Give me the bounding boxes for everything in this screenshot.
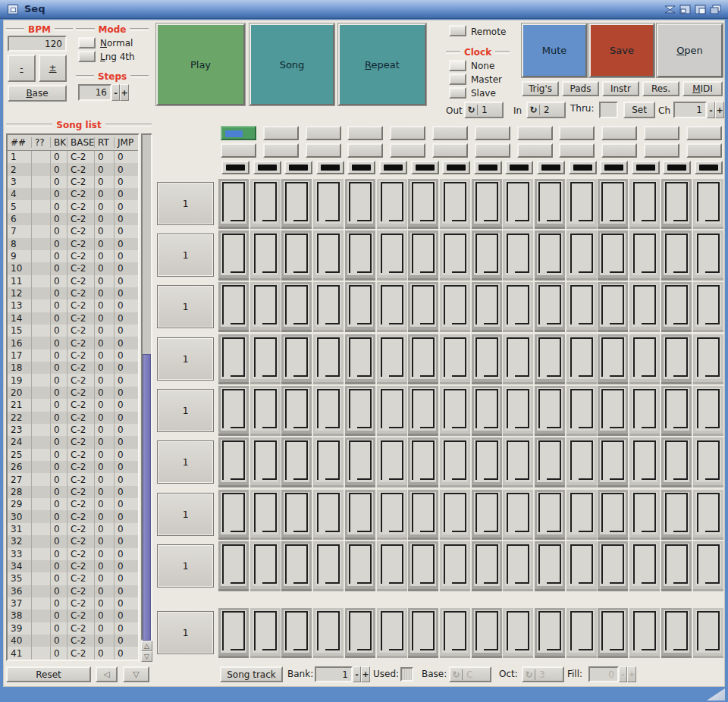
step-button[interactable] bbox=[569, 388, 595, 431]
song-list-row[interactable]: 390C-200 bbox=[8, 622, 138, 635]
song-list-row[interactable]: 120C-200 bbox=[8, 287, 138, 299]
step-button[interactable] bbox=[537, 610, 563, 653]
song-list-row[interactable]: 60C-200 bbox=[8, 213, 138, 225]
step-button[interactable] bbox=[569, 181, 595, 224]
step-button[interactable] bbox=[442, 610, 468, 653]
step-button[interactable] bbox=[284, 181, 309, 224]
step-button[interactable] bbox=[221, 181, 246, 224]
pattern-button[interactable] bbox=[347, 126, 383, 140]
fill-field[interactable]: 0 bbox=[588, 666, 619, 682]
step-button[interactable] bbox=[664, 181, 689, 224]
step-button[interactable] bbox=[600, 544, 626, 586]
track-select-button[interactable]: 1 bbox=[157, 389, 214, 432]
step-button[interactable] bbox=[253, 388, 278, 431]
song-list-scrollbar[interactable] bbox=[141, 133, 152, 641]
list-down-button[interactable]: ▽ bbox=[123, 666, 149, 682]
thru-box[interactable] bbox=[599, 102, 618, 118]
step-button[interactable] bbox=[347, 181, 373, 224]
bank-field[interactable]: 1 bbox=[315, 666, 353, 682]
step-button[interactable] bbox=[505, 440, 531, 482]
step-button[interactable] bbox=[284, 388, 309, 431]
step-button[interactable] bbox=[315, 388, 341, 431]
step-button[interactable] bbox=[379, 440, 405, 482]
step-button[interactable] bbox=[221, 544, 246, 586]
step-button[interactable] bbox=[664, 284, 689, 327]
mute-led-button[interactable] bbox=[663, 161, 691, 174]
oct-cycle[interactable]: ↻ 3 bbox=[522, 666, 564, 682]
song-list-row[interactable]: 30C-200 bbox=[8, 176, 138, 188]
step-button[interactable] bbox=[347, 233, 373, 275]
step-button[interactable] bbox=[221, 388, 246, 431]
step-button[interactable] bbox=[537, 181, 563, 224]
mute-led-button[interactable] bbox=[411, 161, 439, 174]
step-button[interactable] bbox=[284, 492, 309, 534]
pattern-button[interactable] bbox=[559, 143, 595, 158]
mute-led-button[interactable] bbox=[600, 161, 628, 174]
song-list-row[interactable]: 330C-200 bbox=[8, 548, 138, 560]
close-gadget-icon[interactable] bbox=[8, 5, 18, 14]
track-select-button[interactable]: 1 bbox=[157, 493, 214, 536]
step-button[interactable] bbox=[474, 284, 500, 327]
song-list-row[interactable]: 70C-200 bbox=[8, 225, 138, 237]
pattern-button[interactable] bbox=[390, 143, 425, 158]
step-button[interactable] bbox=[379, 284, 405, 327]
iconify-gadget-icon[interactable] bbox=[664, 4, 676, 15]
song-list-row[interactable]: 370C-200 bbox=[8, 597, 138, 610]
mute-led-button[interactable] bbox=[379, 161, 407, 174]
step-button[interactable] bbox=[537, 284, 563, 327]
step-button[interactable] bbox=[695, 284, 721, 327]
step-button[interactable] bbox=[664, 544, 689, 586]
fill-increment-button[interactable]: + bbox=[627, 666, 636, 682]
step-button[interactable] bbox=[600, 492, 626, 534]
step-button[interactable] bbox=[315, 181, 341, 224]
track-select-button[interactable]: 1 bbox=[157, 337, 214, 381]
step-button[interactable] bbox=[664, 337, 689, 379]
steps-field[interactable]: 16 bbox=[78, 84, 111, 101]
song-list-row[interactable]: 280C-200 bbox=[8, 486, 138, 498]
song-list-row[interactable]: 220C-200 bbox=[8, 412, 138, 424]
step-button[interactable] bbox=[537, 492, 563, 534]
step-button[interactable] bbox=[569, 337, 595, 379]
step-button[interactable] bbox=[442, 440, 468, 482]
fill-decrement-button[interactable]: - bbox=[619, 666, 627, 682]
step-button[interactable] bbox=[284, 440, 309, 482]
step-button[interactable] bbox=[569, 610, 595, 653]
save-button[interactable]: Save bbox=[589, 24, 654, 77]
song-list-row[interactable]: 340C-200 bbox=[8, 560, 138, 572]
step-button[interactable] bbox=[505, 284, 531, 327]
steps-decrement-button[interactable]: - bbox=[111, 84, 120, 101]
step-button[interactable] bbox=[253, 233, 278, 275]
open-button[interactable]: Open bbox=[657, 24, 723, 77]
song-list-row[interactable]: 10C-200 bbox=[8, 151, 138, 163]
mute-led-button[interactable] bbox=[632, 161, 660, 174]
step-button[interactable] bbox=[284, 284, 309, 327]
step-button[interactable] bbox=[537, 337, 563, 379]
song-list-row[interactable]: 260C-200 bbox=[8, 461, 138, 473]
song-list-row[interactable]: 190C-200 bbox=[8, 374, 138, 386]
step-button[interactable] bbox=[537, 440, 563, 482]
pattern-button[interactable] bbox=[517, 126, 553, 140]
step-button[interactable] bbox=[632, 492, 657, 534]
step-button[interactable] bbox=[410, 440, 436, 482]
step-button[interactable] bbox=[379, 181, 405, 224]
step-button[interactable] bbox=[569, 440, 595, 482]
zoom-gadget-icon[interactable] bbox=[679, 4, 692, 15]
step-button[interactable] bbox=[632, 233, 657, 275]
step-button[interactable] bbox=[221, 284, 246, 327]
step-button[interactable] bbox=[379, 233, 405, 275]
step-button[interactable] bbox=[474, 233, 500, 275]
step-button[interactable] bbox=[664, 610, 689, 653]
song-list-row[interactable]: 270C-200 bbox=[8, 473, 138, 485]
step-button[interactable] bbox=[253, 544, 278, 586]
step-button[interactable] bbox=[221, 610, 246, 653]
step-button[interactable] bbox=[379, 610, 405, 653]
list-left-button[interactable]: ◁ bbox=[96, 666, 118, 682]
song-list-row[interactable]: 310C-200 bbox=[8, 523, 138, 535]
track-select-button[interactable]: 1 bbox=[157, 544, 214, 588]
step-button[interactable] bbox=[315, 337, 341, 379]
step-button[interactable] bbox=[600, 337, 626, 379]
step-button[interactable] bbox=[410, 610, 436, 653]
clock-master-checkbox[interactable] bbox=[449, 74, 466, 85]
step-button[interactable] bbox=[410, 284, 436, 327]
repeat-button[interactable]: Repeat bbox=[338, 24, 426, 105]
